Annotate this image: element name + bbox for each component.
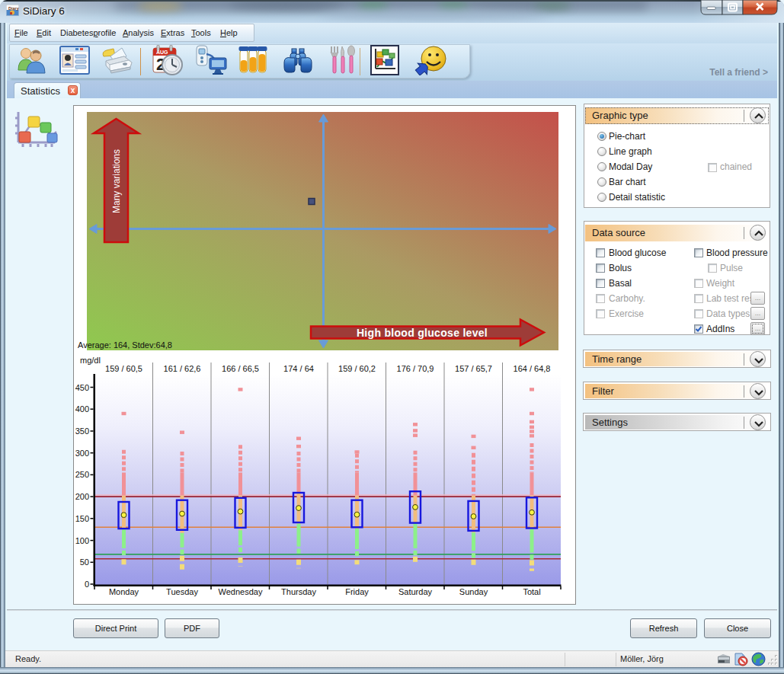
- svg-text:159 / 60,5: 159 / 60,5: [105, 364, 142, 373]
- svg-text:0: 0: [85, 580, 89, 589]
- svg-text:250: 250: [75, 470, 89, 479]
- svg-text:Diary: Diary: [8, 6, 19, 11]
- svg-text:161 / 62,6: 161 / 62,6: [164, 364, 201, 373]
- svg-text:High blood glucose level: High blood glucose level: [357, 327, 488, 339]
- svg-text:Tuesday: Tuesday: [166, 587, 198, 596]
- svg-text:159 / 60,2: 159 / 60,2: [338, 364, 376, 373]
- svg-text:100: 100: [75, 536, 89, 545]
- svg-text:450: 450: [75, 383, 89, 392]
- svg-text:AUG: AUG: [156, 50, 168, 55]
- svg-text:300: 300: [75, 449, 89, 458]
- svg-text:Wednesday: Wednesday: [219, 587, 263, 596]
- svg-text:mg/dl: mg/dl: [80, 356, 101, 365]
- svg-text:164 / 64,8: 164 / 64,8: [514, 364, 551, 373]
- svg-text:166 / 66,5: 166 / 66,5: [222, 364, 259, 373]
- svg-text:176 / 70,9: 176 / 70,9: [397, 364, 434, 373]
- svg-text:Monday: Monday: [109, 587, 139, 596]
- svg-text:Sunday: Sunday: [459, 587, 488, 596]
- svg-text:Saturday: Saturday: [398, 587, 433, 596]
- svg-text:350: 350: [75, 426, 89, 436]
- svg-text:Thursday: Thursday: [281, 587, 316, 596]
- svg-text:174 / 64: 174 / 64: [283, 364, 314, 373]
- svg-text:150: 150: [75, 514, 89, 523]
- svg-text:50: 50: [80, 557, 89, 567]
- svg-text:Many variations: Many variations: [111, 149, 122, 213]
- svg-text:157 / 65,7: 157 / 65,7: [455, 364, 492, 373]
- svg-text:Total: Total: [523, 587, 540, 596]
- svg-text:400: 400: [75, 404, 89, 414]
- svg-text:Friday: Friday: [345, 587, 369, 596]
- svg-text:200: 200: [75, 492, 89, 501]
